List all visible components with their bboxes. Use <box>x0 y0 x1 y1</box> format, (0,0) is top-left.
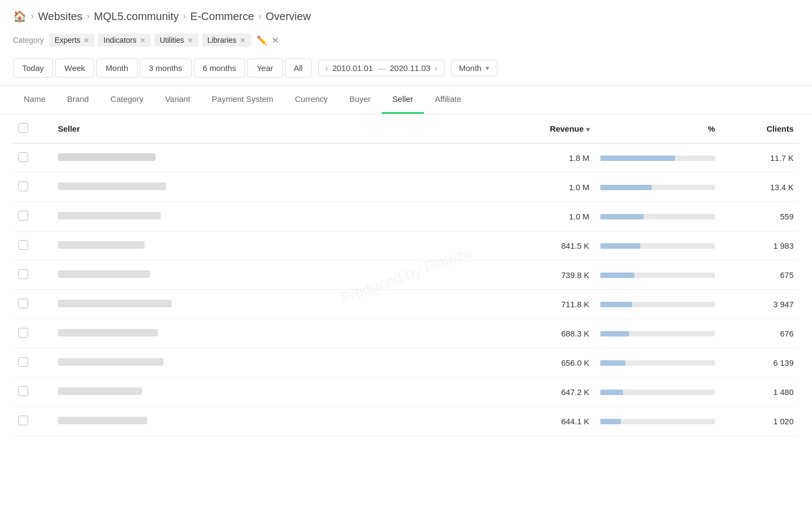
progress-bar-bg <box>600 185 715 190</box>
cell-pct-bar <box>595 319 721 348</box>
row-checkbox-cell[interactable] <box>13 261 53 290</box>
cell-clients: 13.4 K <box>721 173 799 202</box>
tab-affiliate[interactable]: Affiliate <box>424 86 472 114</box>
header-clients-label: Clients <box>767 124 794 133</box>
progress-bar-fill <box>600 156 675 161</box>
tab-currency[interactable]: Currency <box>284 86 339 114</box>
tab-buyer[interactable]: Buyer <box>339 86 382 114</box>
row-checkbox-cell[interactable] <box>13 231 53 261</box>
breadcrumb-websites[interactable]: Websites <box>38 10 82 23</box>
tag-utilities[interactable]: Utilities ✕ <box>154 34 199 47</box>
seller-name-bar <box>58 212 161 219</box>
category-label: Category <box>13 36 44 44</box>
tab-name[interactable]: Name <box>13 86 56 114</box>
time-btn-year[interactable]: Year <box>247 59 282 77</box>
row-checkbox-6[interactable] <box>18 299 28 308</box>
tab-variant[interactable]: Variant <box>154 86 201 114</box>
row-checkbox-cell[interactable] <box>13 173 53 202</box>
seller-name-bar <box>58 183 166 190</box>
row-checkbox-10[interactable] <box>18 416 28 425</box>
time-btn-today[interactable]: Today <box>13 59 53 77</box>
row-checkbox-cell[interactable] <box>13 348 53 378</box>
tag-utilities-label: Utilities <box>160 36 184 44</box>
progress-bar-fill <box>600 331 629 336</box>
cell-clients: 676 <box>721 319 799 348</box>
time-btn-3months[interactable]: 3 months <box>140 59 192 77</box>
date-prev-icon[interactable]: ‹ <box>325 64 328 73</box>
row-checkbox-cell[interactable] <box>13 407 53 436</box>
tag-indicators-label: Indicators <box>103 36 136 44</box>
select-all-checkbox[interactable] <box>18 123 28 133</box>
seller-name-bar <box>58 417 147 424</box>
time-btn-week[interactable]: Week <box>55 59 94 77</box>
row-checkbox-7[interactable] <box>18 328 28 338</box>
cell-clients: 1 983 <box>721 231 799 261</box>
tag-experts-close[interactable]: ✕ <box>83 36 89 44</box>
row-checkbox-9[interactable] <box>18 386 28 396</box>
tag-indicators[interactable]: Indicators ✕ <box>98 34 151 47</box>
cell-seller-name <box>53 407 485 436</box>
sellers-table: Seller Revenue ▾ % Clients 1.8 M 11.7 K1… <box>13 114 799 436</box>
progress-bar-wrap <box>600 273 715 278</box>
cell-pct-bar <box>595 407 721 436</box>
header-checkbox-cell[interactable] <box>13 114 53 144</box>
home-icon[interactable]: 🏠 <box>13 10 27 23</box>
progress-bar-fill <box>600 214 644 219</box>
tag-libraries[interactable]: Libraries ✕ <box>202 34 251 47</box>
cell-revenue: 1.0 M <box>484 202 594 231</box>
tab-brand[interactable]: Brand <box>56 86 100 114</box>
breadcrumb-sep-1: › <box>31 11 34 21</box>
time-btn-6months[interactable]: 6 months <box>194 59 246 77</box>
row-checkbox-cell[interactable] <box>13 290 53 319</box>
row-checkbox-cell[interactable] <box>13 202 53 231</box>
row-checkbox-2[interactable] <box>18 182 28 191</box>
tag-libraries-close[interactable]: ✕ <box>240 36 246 44</box>
table-row: 644.1 K 1 020 <box>13 407 799 436</box>
time-btn-month[interactable]: Month <box>96 59 137 77</box>
tab-category[interactable]: Category <box>100 86 154 114</box>
row-checkbox-8[interactable] <box>18 357 28 367</box>
date-next-icon[interactable]: › <box>435 64 437 73</box>
row-checkbox-5[interactable] <box>18 269 28 279</box>
cell-revenue: 739.8 K <box>484 261 594 290</box>
row-checkbox-cell[interactable] <box>13 378 53 407</box>
row-checkbox-3[interactable] <box>18 211 28 221</box>
tag-indicators-close[interactable]: ✕ <box>140 36 146 44</box>
progress-bar-wrap <box>600 331 715 336</box>
breadcrumb-overview[interactable]: Overview <box>266 10 311 23</box>
progress-bar-bg <box>600 302 715 307</box>
tag-experts[interactable]: Experts ✕ <box>49 34 95 47</box>
progress-bar-wrap <box>600 390 715 395</box>
row-checkbox-cell[interactable] <box>13 144 53 173</box>
row-checkbox-1[interactable] <box>18 152 28 162</box>
time-btn-all[interactable]: All <box>285 59 312 77</box>
breadcrumb-ecommerce[interactable]: E-Commerce <box>191 10 254 23</box>
date-to: 2020.11.03 <box>390 63 430 73</box>
seller-name-bar <box>58 300 172 307</box>
table-row: 688.3 K 676 <box>13 319 799 348</box>
row-checkbox-4[interactable] <box>18 240 28 250</box>
progress-bar-fill <box>600 185 652 190</box>
cell-clients: 559 <box>721 202 799 231</box>
cell-clients: 675 <box>721 261 799 290</box>
edit-categories-icon[interactable]: ✏️ <box>257 35 267 46</box>
tab-seller[interactable]: Seller <box>382 86 424 114</box>
groupby-dropdown[interactable]: Month ▾ <box>451 60 498 76</box>
cell-revenue: 644.1 K <box>484 407 594 436</box>
row-checkbox-cell[interactable] <box>13 319 53 348</box>
date-range-picker[interactable]: ‹ 2010.01.01 — 2020.11.03 › <box>318 60 444 76</box>
tag-utilities-close[interactable]: ✕ <box>187 36 193 44</box>
breadcrumb-sep-2: › <box>87 11 89 21</box>
groupby-label: Month <box>459 63 482 73</box>
breadcrumb-mql5[interactable]: MQL5.community <box>94 10 179 23</box>
tag-libraries-label: Libraries <box>207 36 237 44</box>
time-filter-bar: Today Week Month 3 months 6 months Year … <box>0 54 812 86</box>
close-category-bar-icon[interactable]: ✕ <box>272 35 279 46</box>
tab-payment-system[interactable]: Payment System <box>201 86 284 114</box>
table-row: 1.0 M 13.4 K <box>13 173 799 202</box>
progress-bar-wrap <box>600 243 715 249</box>
cell-revenue: 1.8 M <box>484 144 594 173</box>
header-revenue[interactable]: Revenue ▾ <box>484 114 594 144</box>
cell-pct-bar <box>595 173 721 202</box>
table-header-row: Seller Revenue ▾ % Clients <box>13 114 799 144</box>
